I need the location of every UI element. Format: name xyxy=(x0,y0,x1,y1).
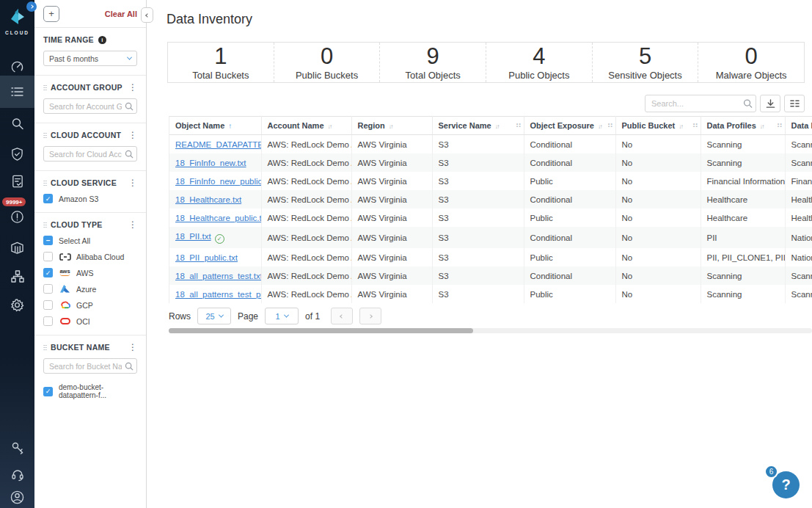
nav-key-icon[interactable] xyxy=(0,434,34,462)
column-header-region[interactable]: Region↓↑ xyxy=(351,117,432,135)
object-exposure-cell: Public xyxy=(524,172,615,190)
column-header-data-profiles[interactable]: Data Profiles↓↑∷ xyxy=(701,117,785,135)
region-cell: AWS Virginia xyxy=(351,190,432,208)
object-name-cell[interactable]: 18_all_patterns_test.txt xyxy=(169,266,261,285)
column-picker-button[interactable] xyxy=(784,95,805,112)
page-number-select[interactable]: 1 xyxy=(265,308,299,324)
drag-handle-icon[interactable] xyxy=(43,84,47,91)
column-header-public-bucket[interactable]: Public Bucket↓↑∷ xyxy=(615,117,701,135)
drag-handle-icon[interactable] xyxy=(43,132,47,139)
horizontal-scrollbar-track[interactable] xyxy=(169,328,812,333)
region-cell: AWS Virginia xyxy=(351,153,432,172)
gcp-logo-icon xyxy=(59,301,71,310)
drag-handle-icon[interactable] xyxy=(43,344,47,351)
cloud-type-option-azure[interactable]: Azure xyxy=(43,284,137,294)
nav-settings-icon[interactable] xyxy=(0,291,34,319)
cloud-type-title: CLOUD TYPE xyxy=(51,220,103,229)
checkbox-unchecked-icon[interactable] xyxy=(43,284,53,294)
expand-nav-button[interactable] xyxy=(26,1,37,12)
column-header-object-name[interactable]: Object Name↑ xyxy=(169,117,261,135)
nav-dashboard-icon[interactable] xyxy=(0,53,34,81)
previous-page-button[interactable] xyxy=(331,308,353,324)
kebab-menu-icon[interactable]: ⋮ xyxy=(128,131,137,139)
nav-asset-inventory-icon[interactable] xyxy=(0,233,34,261)
bucket-name-search-input[interactable] xyxy=(43,358,137,374)
kebab-menu-icon[interactable]: ⋮ xyxy=(128,83,137,92)
region-cell: AWS Virginia xyxy=(351,135,432,154)
download-icon xyxy=(766,99,775,109)
drag-handle-icon[interactable] xyxy=(43,222,47,228)
cloud-service-option-amazon-s3[interactable]: ✓ Amazon S3 xyxy=(43,194,137,203)
checkbox-indeterminate-icon[interactable]: – xyxy=(43,236,53,245)
download-button[interactable] xyxy=(760,95,780,112)
prisma-cloud-logo: CLOUD xyxy=(0,9,34,35)
nav-policies-icon[interactable] xyxy=(0,140,34,168)
object-exposure-cell: Conditional xyxy=(524,153,615,172)
column-resize-handle[interactable]: ∷ xyxy=(693,122,698,129)
account-name-cell: AWS: RedLock Demo Acc... xyxy=(261,153,351,172)
object-exposure-cell: Conditional xyxy=(524,227,615,248)
checkbox-unchecked-icon[interactable] xyxy=(43,316,53,326)
search-icon xyxy=(125,150,133,159)
cloud-type-option-alibaba[interactable]: Alibaba Cloud xyxy=(43,252,137,261)
table-search-input[interactable] xyxy=(645,95,756,112)
time-range-section: TIME RANGEi Past 6 months xyxy=(34,28,146,76)
checkbox-checked-icon[interactable]: ✓ xyxy=(43,194,53,203)
time-range-select[interactable]: Past 6 months xyxy=(43,51,137,66)
cloud-account-search-input[interactable] xyxy=(43,146,137,162)
checkbox-checked-icon[interactable]: ✓ xyxy=(43,268,53,277)
object-name-cell[interactable]: README_DATAPATTER... xyxy=(169,135,261,154)
cloud-type-option-aws[interactable]: ✓ aws AWS xyxy=(43,268,137,277)
collapse-filter-panel-button[interactable] xyxy=(141,7,153,23)
nav-investigate-icon[interactable] xyxy=(0,110,34,138)
cloud-type-option-oci[interactable]: OCI xyxy=(43,316,137,326)
column-header-data-patterns[interactable]: Data Patterns xyxy=(785,117,812,135)
table-row: 18_Healthcare_public.txt AWS: RedLock De… xyxy=(169,208,812,227)
column-header-object-exposure[interactable]: Object Exposure↓↑∷ xyxy=(524,117,615,135)
checkbox-checked-icon[interactable]: ✓ xyxy=(43,387,53,396)
kebab-menu-icon[interactable]: ⋮ xyxy=(128,178,137,187)
table-row: 18_FinInfo_new_public.txt AWS: RedLock D… xyxy=(169,172,812,190)
nav-network-icon[interactable] xyxy=(0,262,34,290)
checkbox-unchecked-icon[interactable] xyxy=(43,252,53,261)
next-page-button[interactable] xyxy=(359,308,381,324)
nav-alerts-icon[interactable] xyxy=(0,203,34,231)
column-header-account-name[interactable]: Account Name↓↑ xyxy=(261,117,351,135)
object-name-cell[interactable]: 18_FinInfo_new.txt xyxy=(169,153,261,172)
stat-total-buckets: 1 Total Buckets xyxy=(168,43,274,82)
kebab-menu-icon[interactable]: ⋮ xyxy=(128,343,137,352)
clear-all-filters-button[interactable]: Clear All xyxy=(105,10,137,18)
nav-profile-icon[interactable] xyxy=(0,483,34,508)
bucket-name-option-demo-bucket[interactable]: ✓ demo-bucket-datapattern-f... xyxy=(43,383,137,399)
column-resize-handle[interactable]: ∷ xyxy=(608,122,612,129)
column-resize-handle[interactable]: ∷ xyxy=(778,122,782,129)
rows-label: Rows xyxy=(169,311,191,322)
column-resize-handle[interactable]: ∷ xyxy=(516,122,521,129)
time-range-label: TIME RANGE xyxy=(43,35,94,44)
rows-per-page-select[interactable]: 25 xyxy=(197,308,231,324)
data-patterns-cell: Scanning xyxy=(785,285,812,303)
column-header-service-name[interactable]: Service Name↓↑∷ xyxy=(432,117,524,135)
drag-handle-icon[interactable] xyxy=(43,180,47,186)
nav-compliance-icon[interactable] xyxy=(0,167,34,195)
public-bucket-cell: No xyxy=(615,172,701,190)
object-name-cell[interactable]: 18_PII.txt✓ xyxy=(169,227,261,248)
cloud-type-option-gcp[interactable]: GCP xyxy=(43,300,137,310)
object-name-cell[interactable]: 18_PII_public.txt xyxy=(169,248,261,266)
cloud-type-select-all[interactable]: – Select All xyxy=(43,236,137,245)
account-group-search-input[interactable] xyxy=(43,98,137,114)
nav-inventory-icon[interactable] xyxy=(0,79,34,106)
service-name-cell: S3 xyxy=(432,227,524,248)
object-name-cell[interactable]: 18_Healthcare_public.txt xyxy=(169,208,261,227)
add-filter-button[interactable]: + xyxy=(43,6,59,22)
checkbox-unchecked-icon[interactable] xyxy=(43,300,53,310)
sort-icon: ↓↑ xyxy=(495,123,499,130)
horizontal-scrollbar-thumb[interactable] xyxy=(169,328,473,333)
chevron-down-icon xyxy=(284,313,289,318)
kebab-menu-icon[interactable]: ⋮ xyxy=(128,220,137,229)
object-name-cell[interactable]: 18_Healthcare.txt xyxy=(169,190,261,208)
object-name-cell[interactable]: 18_all_patterns_test_publ... xyxy=(169,285,261,303)
object-exposure-cell: Public xyxy=(524,208,615,227)
object-name-cell[interactable]: 18_FinInfo_new_public.txt xyxy=(169,172,261,190)
search-icon xyxy=(125,102,133,111)
